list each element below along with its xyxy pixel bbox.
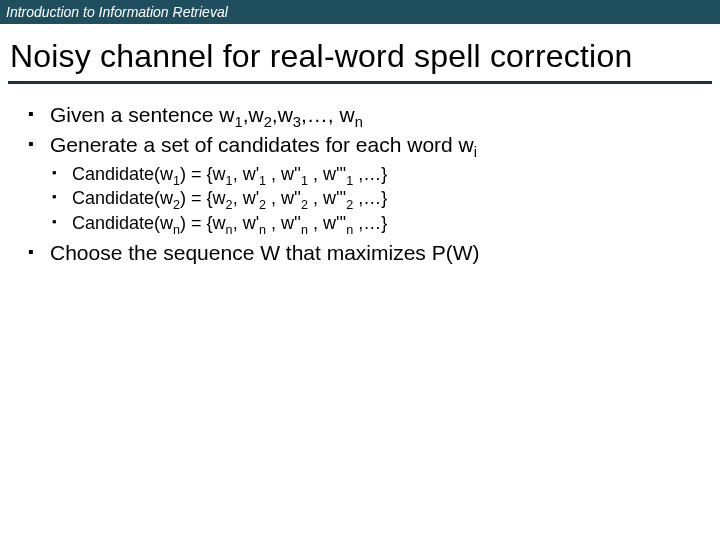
header-text: Introduction to Information Retrieval [6,4,228,20]
header-bar: Introduction to Information Retrieval [0,0,720,24]
bullet-cand-2: Candidate(w2) = {w2, w'2 , w''2 , w'''2 … [28,187,702,210]
bullet-cand-1: Candidate(w1) = {w1, w'1 , w''1 , w'''1 … [28,163,702,186]
bullet-choose: Choose the sequence W that maximizes P(W… [28,240,702,266]
bullet-cand-n: Candidate(wn) = {wn, w'n , w''n , w'''n … [28,212,702,235]
bullet-given: Given a sentence w1,w2,w3,…, wn [28,102,702,128]
bullet-generate: Generate a set of candidates for each wo… [28,132,702,158]
title-underline [8,81,712,84]
slide-body: Given a sentence w1,w2,w3,…, wn Generate… [0,102,720,266]
slide-title: Noisy channel for real-word spell correc… [0,24,720,81]
